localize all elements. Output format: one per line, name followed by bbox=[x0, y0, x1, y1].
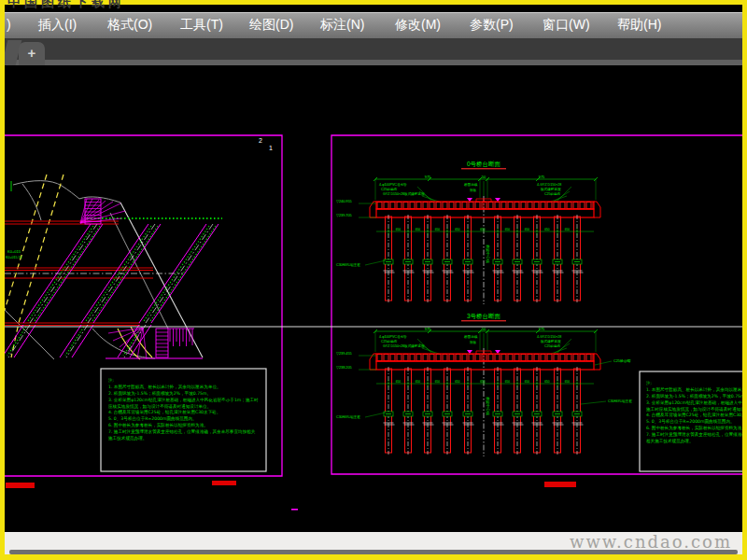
window-border-right bbox=[742, 0, 747, 560]
file-tab-bar bbox=[5, 38, 742, 60]
title-underline bbox=[461, 168, 506, 169]
title-underline bbox=[461, 320, 506, 321]
scale-bars bbox=[6, 481, 576, 511]
svg-text:▽238.205: ▽238.205 bbox=[336, 366, 352, 370]
svg-text:C30钻孔灌注桩: C30钻孔灌注桩 bbox=[336, 262, 360, 267]
abutment-elevation-0: 0号桥台断面 ▽240.955 ▽239.705 C30钻孔灌注桩 bbox=[336, 161, 600, 304]
top-watermark: 中国图纸下载网 bbox=[7, 0, 125, 13]
menu-bar: ) 插入(I) 格式(O) 工具(T) 绘图(D) 标注(N) 修改(M) 参数… bbox=[5, 12, 742, 39]
elevation-3-levels: ▽239.455 ▽238.205 C30钻孔灌注桩 C25砼台帽 C30钻孔灌… bbox=[336, 352, 632, 419]
cad-drawing: 650 650 650 650 650 650 650 650 650 975 bbox=[0, 0, 747, 560]
abutment-elevation-3: 3号桥台断面 ▽239.455 ▽238.205 C30钻孔灌注桩 C25砼台帽… bbox=[336, 313, 632, 456]
menu-item-help[interactable]: 帮助(H) bbox=[617, 17, 661, 34]
plan-centerlines bbox=[5, 224, 213, 357]
stake-label-2: K0+015.74 bbox=[6, 256, 22, 259]
menu-item-tools[interactable]: 工具(T) bbox=[180, 17, 223, 34]
viewport-number-1: 1 bbox=[269, 145, 273, 151]
menu-item-format[interactable]: 格式(O) bbox=[107, 17, 152, 34]
notes-box-left: 注: 1. 本图尺寸除标高、桩长以米计外，其余均以厘米为单位。 2. 桥面纵坡为… bbox=[101, 369, 266, 471]
window-border-left bbox=[0, 0, 5, 560]
application-window: 650 650 650 650 650 650 650 650 650 975 bbox=[0, 0, 747, 560]
abutment-cone-top bbox=[80, 199, 125, 224]
tab-bar-strip bbox=[5, 60, 742, 65]
menu-item-dimension[interactable]: 标注(N) bbox=[320, 17, 364, 34]
new-tab-button[interactable]: + bbox=[19, 42, 45, 65]
elevation-3-title: 3号桥台断面 bbox=[467, 313, 501, 320]
beam-annotation-text-rows bbox=[7, 226, 216, 356]
viewport-number-2: 2 bbox=[259, 137, 262, 144]
stake-label: K0+015 bbox=[7, 249, 21, 254]
svg-text:C25砼台帽: C25砼台帽 bbox=[613, 358, 631, 363]
menu-item-window[interactable]: 窗口(W) bbox=[543, 17, 590, 34]
window-border-bottom bbox=[0, 554, 747, 560]
svg-text:▽240.955: ▽240.955 bbox=[336, 200, 352, 203]
menu-item-draw[interactable]: 绘图(D) bbox=[249, 17, 293, 34]
bridge-plan-view: K0+015 K0+015.74 bbox=[2, 175, 222, 359]
svg-text:C30钻孔灌注桩: C30钻孔灌注桩 bbox=[336, 414, 360, 419]
elevation-0-title: 0号桥台断面 bbox=[467, 161, 501, 168]
notes-box-right: 注: 1. 本图尺寸除标高、桩长以米计外，其余均以厘米为单位。 2. 桥面纵坡为… bbox=[640, 371, 747, 471]
menu-item-modify[interactable]: 修改(M) bbox=[395, 17, 441, 34]
svg-text:▽239.455: ▽239.455 bbox=[336, 352, 352, 356]
menu-item-cut[interactable]: ) bbox=[7, 17, 11, 32]
bottom-watermark: www.cndao.com bbox=[570, 532, 732, 552]
svg-text:▽239.705: ▽239.705 bbox=[336, 214, 352, 217]
notes-header: 注: bbox=[108, 378, 260, 385]
svg-text:C30钻孔灌注桩: C30钻孔灌注桩 bbox=[608, 399, 632, 403]
menu-item-parametric[interactable]: 参数(P) bbox=[470, 17, 514, 34]
menu-item-insert[interactable]: 插入(I) bbox=[38, 17, 77, 34]
elevation-0-levels: ▽240.955 ▽239.705 C30钻孔灌注桩 bbox=[336, 200, 360, 267]
abutment-cone-bottom bbox=[108, 328, 194, 359]
